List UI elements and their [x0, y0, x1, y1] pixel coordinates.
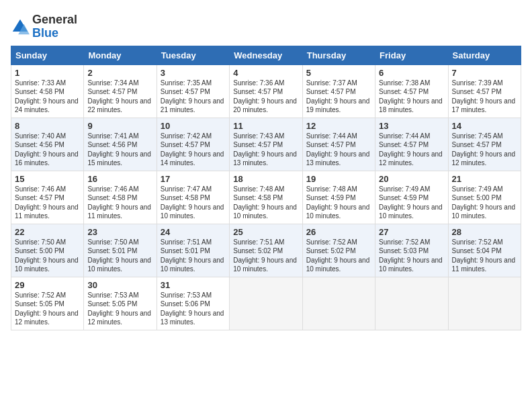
calendar-cell: 8Sunrise: 7:40 AMSunset: 4:56 PMDaylight…: [11, 118, 84, 171]
day-number: 25: [233, 227, 298, 237]
day-number: 1: [15, 68, 80, 78]
header: General Blue: [11, 11, 521, 40]
day-number: 16: [87, 174, 152, 184]
calendar-cell: 6Sunrise: 7:38 AMSunset: 4:57 PMDaylight…: [375, 64, 448, 118]
day-number: 4: [233, 68, 298, 78]
cell-info: Sunrise: 7:44 AMSunset: 4:57 PMDaylight:…: [379, 132, 443, 167]
day-number: 28: [452, 227, 517, 237]
day-number: 17: [161, 174, 226, 184]
week-row-3: 15Sunrise: 7:46 AMSunset: 4:57 PMDayligh…: [11, 171, 521, 224]
calendar-cell: [302, 277, 375, 330]
day-number: 6: [379, 68, 444, 78]
cell-info: Sunrise: 7:48 AMSunset: 4:58 PMDaylight:…: [233, 185, 297, 220]
cell-info: Sunrise: 7:35 AMSunset: 4:57 PMDaylight:…: [161, 79, 224, 114]
calendar-cell: 12Sunrise: 7:44 AMSunset: 4:57 PMDayligh…: [302, 118, 375, 171]
day-number: 8: [15, 121, 80, 131]
cell-info: Sunrise: 7:44 AMSunset: 4:57 PMDaylight:…: [306, 132, 370, 167]
day-number: 29: [15, 280, 80, 290]
day-number: 26: [306, 227, 371, 237]
logo: General Blue: [11, 13, 77, 40]
cell-info: Sunrise: 7:48 AMSunset: 4:59 PMDaylight:…: [306, 185, 370, 220]
cell-info: Sunrise: 7:45 AMSunset: 4:57 PMDaylight:…: [452, 132, 516, 167]
page-container: General Blue SundayMondayTuesdayWednesda…: [0, 0, 532, 336]
calendar-cell: 21Sunrise: 7:49 AMSunset: 5:00 PMDayligh…: [448, 171, 521, 224]
calendar-cell: 22Sunrise: 7:50 AMSunset: 5:00 PMDayligh…: [11, 224, 84, 277]
cell-info: Sunrise: 7:52 AMSunset: 5:02 PMDaylight:…: [306, 238, 370, 273]
cell-info: Sunrise: 7:33 AMSunset: 4:58 PMDaylight:…: [15, 79, 79, 114]
cell-info: Sunrise: 7:43 AMSunset: 4:57 PMDaylight:…: [233, 132, 297, 167]
day-number: 12: [306, 121, 371, 131]
cell-info: Sunrise: 7:46 AMSunset: 4:58 PMDaylight:…: [87, 185, 151, 220]
header-day-friday: Friday: [375, 46, 448, 64]
day-number: 11: [233, 121, 298, 131]
cell-info: Sunrise: 7:46 AMSunset: 4:57 PMDaylight:…: [15, 185, 79, 220]
calendar-cell: 7Sunrise: 7:39 AMSunset: 4:57 PMDaylight…: [448, 64, 521, 118]
calendar-cell: [230, 277, 302, 330]
cell-info: Sunrise: 7:39 AMSunset: 4:57 PMDaylight:…: [452, 79, 516, 114]
calendar-cell: 26Sunrise: 7:52 AMSunset: 5:02 PMDayligh…: [302, 224, 375, 277]
cell-info: Sunrise: 7:52 AMSunset: 5:04 PMDaylight:…: [452, 238, 516, 273]
cell-info: Sunrise: 7:38 AMSunset: 4:57 PMDaylight:…: [379, 79, 443, 114]
day-number: 23: [87, 227, 152, 237]
week-row-1: 1Sunrise: 7:33 AMSunset: 4:58 PMDaylight…: [11, 64, 521, 118]
calendar-cell: 24Sunrise: 7:51 AMSunset: 5:01 PMDayligh…: [157, 224, 229, 277]
day-number: 5: [306, 68, 371, 78]
week-row-2: 8Sunrise: 7:40 AMSunset: 4:56 PMDaylight…: [11, 118, 521, 171]
cell-info: Sunrise: 7:47 AMSunset: 4:58 PMDaylight:…: [161, 185, 224, 220]
logo-text: General Blue: [32, 13, 77, 40]
day-number: 31: [161, 280, 226, 290]
day-number: 18: [233, 174, 298, 184]
day-number: 3: [161, 68, 226, 78]
day-number: 19: [306, 174, 371, 184]
header-day-thursday: Thursday: [302, 46, 375, 64]
cell-info: Sunrise: 7:49 AMSunset: 4:59 PMDaylight:…: [379, 185, 443, 220]
calendar-cell: 15Sunrise: 7:46 AMSunset: 4:57 PMDayligh…: [11, 171, 84, 224]
header-day-tuesday: Tuesday: [157, 46, 229, 64]
cell-info: Sunrise: 7:52 AMSunset: 5:03 PMDaylight:…: [379, 238, 443, 273]
logo-icon: [11, 17, 30, 36]
cell-info: Sunrise: 7:51 AMSunset: 5:01 PMDaylight:…: [161, 238, 224, 273]
calendar-cell: 11Sunrise: 7:43 AMSunset: 4:57 PMDayligh…: [230, 118, 302, 171]
day-number: 21: [452, 174, 517, 184]
day-number: 22: [15, 227, 80, 237]
header-row: SundayMondayTuesdayWednesdayThursdayFrid…: [11, 46, 521, 64]
header-day-wednesday: Wednesday: [230, 46, 302, 64]
cell-info: Sunrise: 7:41 AMSunset: 4:56 PMDaylight:…: [87, 132, 151, 167]
calendar-cell: 5Sunrise: 7:37 AMSunset: 4:57 PMDaylight…: [302, 64, 375, 118]
day-number: 10: [161, 121, 226, 131]
week-row-4: 22Sunrise: 7:50 AMSunset: 5:00 PMDayligh…: [11, 224, 521, 277]
day-number: 24: [161, 227, 226, 237]
calendar-cell: 28Sunrise: 7:52 AMSunset: 5:04 PMDayligh…: [448, 224, 521, 277]
calendar-cell: 23Sunrise: 7:50 AMSunset: 5:01 PMDayligh…: [84, 224, 157, 277]
calendar-cell: 29Sunrise: 7:52 AMSunset: 5:05 PMDayligh…: [11, 277, 84, 330]
day-number: 27: [379, 227, 444, 237]
cell-info: Sunrise: 7:53 AMSunset: 5:06 PMDaylight:…: [161, 291, 224, 326]
header-day-monday: Monday: [84, 46, 157, 64]
calendar-table: SundayMondayTuesdayWednesdayThursdayFrid…: [11, 46, 521, 330]
cell-info: Sunrise: 7:50 AMSunset: 5:01 PMDaylight:…: [87, 238, 151, 273]
cell-info: Sunrise: 7:37 AMSunset: 4:57 PMDaylight:…: [306, 79, 370, 114]
day-number: 15: [15, 174, 80, 184]
calendar-cell: [375, 277, 448, 330]
cell-info: Sunrise: 7:36 AMSunset: 4:57 PMDaylight:…: [233, 79, 297, 114]
week-row-5: 29Sunrise: 7:52 AMSunset: 5:05 PMDayligh…: [11, 277, 521, 330]
cell-info: Sunrise: 7:50 AMSunset: 5:00 PMDaylight:…: [15, 238, 79, 273]
day-number: 30: [87, 280, 152, 290]
day-number: 13: [379, 121, 444, 131]
cell-info: Sunrise: 7:53 AMSunset: 5:05 PMDaylight:…: [87, 291, 151, 326]
day-number: 7: [452, 68, 517, 78]
calendar-cell: 13Sunrise: 7:44 AMSunset: 4:57 PMDayligh…: [375, 118, 448, 171]
calendar-cell: 27Sunrise: 7:52 AMSunset: 5:03 PMDayligh…: [375, 224, 448, 277]
calendar-cell: 18Sunrise: 7:48 AMSunset: 4:58 PMDayligh…: [230, 171, 302, 224]
day-number: 2: [87, 68, 152, 78]
cell-info: Sunrise: 7:51 AMSunset: 5:02 PMDaylight:…: [233, 238, 297, 273]
calendar-cell: 9Sunrise: 7:41 AMSunset: 4:56 PMDaylight…: [84, 118, 157, 171]
calendar-cell: 17Sunrise: 7:47 AMSunset: 4:58 PMDayligh…: [157, 171, 229, 224]
calendar-cell: 19Sunrise: 7:48 AMSunset: 4:59 PMDayligh…: [302, 171, 375, 224]
cell-info: Sunrise: 7:40 AMSunset: 4:56 PMDaylight:…: [15, 132, 79, 167]
calendar-cell: 1Sunrise: 7:33 AMSunset: 4:58 PMDaylight…: [11, 64, 84, 118]
calendar-cell: 25Sunrise: 7:51 AMSunset: 5:02 PMDayligh…: [230, 224, 302, 277]
cell-info: Sunrise: 7:34 AMSunset: 4:57 PMDaylight:…: [87, 79, 151, 114]
day-number: 20: [379, 174, 444, 184]
calendar-cell: 31Sunrise: 7:53 AMSunset: 5:06 PMDayligh…: [157, 277, 229, 330]
